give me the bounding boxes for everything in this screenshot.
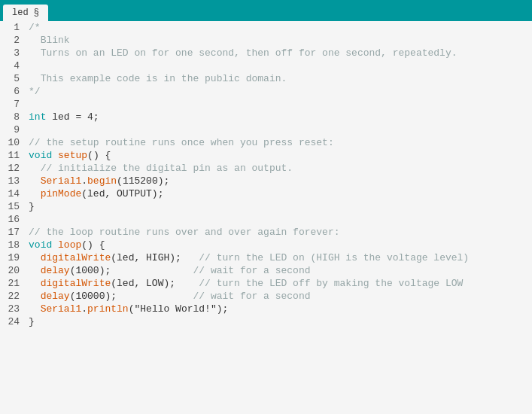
table-row: 12 // initialize the digital pin as an o… xyxy=(0,162,532,175)
table-row: 20 delay(1000); // wait for a second xyxy=(0,264,532,277)
line-content[interactable]: int led = 4; xyxy=(26,111,532,123)
table-row: 15} xyxy=(0,200,532,213)
code-token: ("Hello World!"); xyxy=(129,303,229,315)
line-content[interactable] xyxy=(26,98,532,111)
line-number: 23 xyxy=(0,303,26,315)
line-content[interactable]: Serial1.println("Hello World!"); xyxy=(26,303,532,315)
code-token xyxy=(29,252,41,263)
line-number: 3 xyxy=(0,47,26,59)
tab-bar: led § xyxy=(0,0,532,21)
editor: 1/*2 Blink3 Turns on an LED on for one s… xyxy=(0,21,532,414)
line-content[interactable] xyxy=(26,213,532,226)
line-content[interactable]: Serial1.begin(115200); xyxy=(26,175,532,187)
code-comment: // wait for a second xyxy=(193,265,310,276)
table-row: 17// the loop routine runs over and over… xyxy=(0,226,532,239)
line-content[interactable]: } xyxy=(26,315,532,328)
code-token xyxy=(29,175,41,187)
line-number: 11 xyxy=(0,149,26,162)
code-token xyxy=(29,188,41,199)
line-number: 13 xyxy=(0,175,26,187)
code-token: setup xyxy=(58,150,87,161)
line-number: 17 xyxy=(0,226,26,239)
code-token: . xyxy=(81,303,87,315)
code-token: int xyxy=(29,111,46,123)
table-row: 9 xyxy=(0,123,532,136)
line-number: 4 xyxy=(0,59,26,72)
code-token: } xyxy=(29,201,35,212)
code-token: digitalWrite xyxy=(41,278,111,289)
code-token: This example code is in the public domai… xyxy=(29,73,287,84)
code-token: led = 4; xyxy=(46,111,99,123)
table-row: 21 digitalWrite(led, LOW); // turn the L… xyxy=(0,277,532,290)
code-token: digitalWrite xyxy=(41,252,111,263)
code-token: pinMode xyxy=(41,188,82,199)
table-row: 3 Turns on an LED on for one second, the… xyxy=(0,47,532,59)
code-token: println xyxy=(87,303,129,315)
line-content[interactable]: digitalWrite(led, LOW); // turn the LED … xyxy=(26,277,532,290)
code-token: (led, LOW); xyxy=(111,278,199,289)
table-row: 6*/ xyxy=(0,85,532,98)
line-content[interactable] xyxy=(26,123,532,136)
line-content[interactable]: digitalWrite(led, HIGH); // turn the LED… xyxy=(26,251,532,264)
code-token xyxy=(29,291,41,302)
code-comment: // wait for a second xyxy=(193,291,310,302)
tab-label: led § xyxy=(12,8,39,18)
code-token xyxy=(29,265,41,276)
line-number: 20 xyxy=(0,264,26,277)
line-content[interactable]: delay(1000); // wait for a second xyxy=(26,264,532,277)
line-content[interactable]: Turns on an LED on for one second, then … xyxy=(26,47,532,59)
code-token: // the loop routine runs over and over a… xyxy=(29,227,339,238)
code-token: . xyxy=(81,175,87,187)
line-number: 16 xyxy=(0,213,26,226)
line-content[interactable]: pinMode(led, OUTPUT); xyxy=(26,187,532,200)
line-number: 6 xyxy=(0,85,26,98)
line-content[interactable]: // the loop routine runs over and over a… xyxy=(26,226,532,239)
code-token: () { xyxy=(87,150,111,161)
code-token: loop xyxy=(58,239,81,251)
line-content[interactable]: void loop() { xyxy=(26,239,532,251)
line-content[interactable]: Blink xyxy=(26,34,532,47)
code-token: (1000); xyxy=(70,265,193,276)
table-row: 1/* xyxy=(0,21,532,34)
code-token: delay xyxy=(41,291,70,302)
line-number: 22 xyxy=(0,290,26,303)
line-content[interactable]: // the setup routine runs once when you … xyxy=(26,136,532,149)
line-content[interactable]: void setup() { xyxy=(26,149,532,162)
table-row: 19 digitalWrite(led, HIGH); // turn the … xyxy=(0,251,532,264)
code-token: // the setup routine runs once when you … xyxy=(29,137,334,148)
code-token: Serial1 xyxy=(41,303,82,315)
line-number: 7 xyxy=(0,98,26,111)
table-row: 2 Blink xyxy=(0,34,532,47)
code-token: begin xyxy=(87,175,117,187)
line-number: 10 xyxy=(0,136,26,149)
line-content[interactable]: // initialize the digital pin as an outp… xyxy=(26,162,532,175)
code-token xyxy=(52,150,58,161)
line-content[interactable]: /* xyxy=(26,21,532,34)
code-token: /* xyxy=(29,22,41,33)
line-number: 21 xyxy=(0,277,26,290)
table-row: 7 xyxy=(0,98,532,111)
tab-led[interactable]: led § xyxy=(3,5,48,21)
line-number: 14 xyxy=(0,187,26,200)
code-token xyxy=(52,239,58,251)
line-number: 12 xyxy=(0,162,26,175)
line-number: 2 xyxy=(0,34,26,47)
code-token: (115200); xyxy=(117,175,169,187)
table-row: 22 delay(10000); // wait for a second xyxy=(0,290,532,303)
code-token: Serial1 xyxy=(41,175,82,187)
table-row: 23 Serial1.println("Hello World!"); xyxy=(0,303,532,315)
line-content[interactable]: */ xyxy=(26,85,532,98)
code-token: () { xyxy=(81,239,105,251)
table-row: 13 Serial1.begin(115200); xyxy=(0,175,532,187)
line-content[interactable] xyxy=(26,59,532,72)
line-content[interactable]: delay(10000); // wait for a second xyxy=(26,290,532,303)
table-row: 4 xyxy=(0,59,532,72)
line-content[interactable]: This example code is in the public domai… xyxy=(26,72,532,85)
line-number: 19 xyxy=(0,251,26,264)
line-content[interactable]: } xyxy=(26,200,532,213)
line-number: 9 xyxy=(0,123,26,136)
table-row: 8int led = 4; xyxy=(0,111,532,123)
code-token: void xyxy=(29,239,52,251)
table-row: 18void loop() { xyxy=(0,239,532,251)
code-token: // initialize the digital pin as an outp… xyxy=(29,163,293,174)
